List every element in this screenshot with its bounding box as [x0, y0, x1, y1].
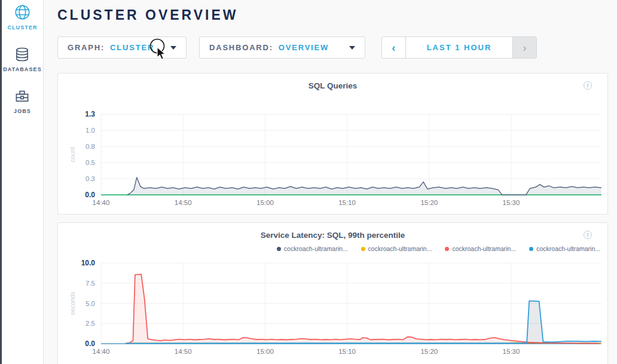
legend-label: cockroach-ultramarin...: [368, 245, 432, 252]
svg-text:0.5: 0.5: [85, 159, 95, 166]
graph-dropdown[interactable]: GRAPH: CLUSTER: [57, 36, 187, 59]
svg-text:15:00: 15:00: [256, 348, 274, 355]
sidebar-item-label: JOBS: [14, 108, 31, 114]
chevron-right-icon: ›: [523, 41, 526, 54]
svg-text:15:10: 15:10: [338, 348, 356, 355]
service-latency-chart-canvas[interactable]: 0.02.55.07.510.014:4014:5015:0015:1015:2…: [58, 223, 607, 364]
app-window: CLUSTER DATABASES: [0, 0, 617, 364]
time-window-nav: ‹ LAST 1 HOUR ›: [381, 36, 537, 59]
prev-time-button[interactable]: ‹: [382, 37, 406, 58]
svg-text:14:50: 14:50: [175, 348, 192, 355]
next-time-button[interactable]: ›: [512, 37, 536, 58]
svg-text:15:00: 15:00: [256, 199, 274, 206]
sql-queries-chart-canvas[interactable]: 0.00.30.50.81.01.314:4014:5015:0015:1015…: [58, 74, 607, 214]
svg-text:2.5: 2.5: [85, 320, 95, 327]
legend-item[interactable]: cockroach-ultramarin...: [445, 245, 516, 252]
svg-text:5.0: 5.0: [85, 300, 95, 307]
svg-text:0.0: 0.0: [85, 191, 95, 199]
sidebar-item-label: CLUSTER: [7, 25, 37, 30]
legend-dot-icon: [445, 247, 449, 251]
chart-card-service-latency: Service Latency: SQL, 99th percentile ! …: [57, 222, 608, 364]
legend-item[interactable]: cockroach-ultramarin...: [529, 245, 600, 252]
dashboard-dropdown-value: OVERVIEW: [279, 43, 329, 52]
svg-text:0.3: 0.3: [85, 175, 95, 182]
legend-dot-icon: [361, 247, 365, 251]
legend-label: cockroach-ultramarin...: [452, 245, 516, 252]
chevron-down-icon: [349, 46, 355, 50]
svg-text:15:20: 15:20: [420, 199, 438, 206]
graph-dropdown-label: GRAPH:: [68, 43, 105, 52]
globe-icon: [14, 4, 30, 20]
legend-dot-icon: [529, 247, 533, 251]
svg-text:14:40: 14:40: [93, 199, 110, 206]
svg-text:15:10: 15:10: [338, 199, 356, 206]
graph-dropdown-value: CLUSTER: [110, 43, 154, 52]
dashboard-dropdown-label: DASHBOARD:: [209, 43, 273, 52]
svg-text:10.0: 10.0: [81, 259, 96, 267]
svg-text:14:40: 14:40: [93, 348, 110, 355]
dashboard-dropdown[interactable]: DASHBOARD: OVERVIEW: [199, 36, 365, 59]
chevron-left-icon: ‹: [392, 41, 395, 54]
chart-title: Service Latency: SQL, 99th percentile: [58, 223, 607, 240]
svg-text:0.8: 0.8: [85, 143, 95, 150]
legend-item[interactable]: cockroach-ultramarin...: [361, 245, 432, 252]
svg-text:7.5: 7.5: [85, 280, 95, 287]
time-window-label[interactable]: LAST 1 HOUR: [406, 37, 512, 58]
legend-label: cockroach-ultramarin...: [284, 245, 348, 252]
sidebar-item-databases[interactable]: DATABASES: [3, 47, 42, 72]
legend-item[interactable]: cockroach-ultramarin...: [277, 245, 348, 252]
svg-text:0.0: 0.0: [85, 339, 95, 348]
info-icon[interactable]: !: [584, 231, 592, 239]
svg-text:1.3: 1.3: [85, 110, 95, 118]
svg-text:1.0: 1.0: [85, 127, 95, 134]
info-icon[interactable]: !: [584, 81, 592, 90]
svg-text:seconds: seconds: [69, 292, 76, 315]
svg-text:15:20: 15:20: [420, 348, 438, 355]
controls-bar: GRAPH: CLUSTER DASHBOARD: OVERVIEW ‹ LAS…: [57, 36, 608, 59]
chevron-down-icon: [170, 46, 176, 50]
svg-text:15:30: 15:30: [503, 348, 520, 355]
sidebar-item-label: DATABASES: [3, 66, 42, 72]
page-title: CLUSTER OVERVIEW: [57, 7, 608, 23]
sidebar-item-cluster[interactable]: CLUSTER: [7, 4, 37, 30]
svg-text:15:30: 15:30: [503, 199, 520, 206]
main-content: CLUSTER OVERVIEW GRAPH: CLUSTER DASHBOAR…: [44, 0, 617, 364]
chart-title: SQL Queries: [58, 74, 607, 90]
databases-icon: [14, 47, 30, 62]
sidebar: CLUSTER DATABASES: [0, 0, 44, 364]
legend-label: cockroach-ultramarin...: [536, 245, 600, 252]
chart-legend: cockroach-ultramarin...cockroach-ultrama…: [58, 245, 607, 252]
legend-dot-icon: [277, 247, 281, 251]
svg-text:count: count: [69, 147, 76, 163]
briefcase-icon: [14, 88, 30, 104]
sidebar-item-jobs[interactable]: JOBS: [14, 88, 31, 114]
chart-card-sql-queries: SQL Queries ! 0.00.30.50.81.01.314:4014:…: [57, 73, 608, 215]
svg-text:14:50: 14:50: [175, 199, 192, 206]
